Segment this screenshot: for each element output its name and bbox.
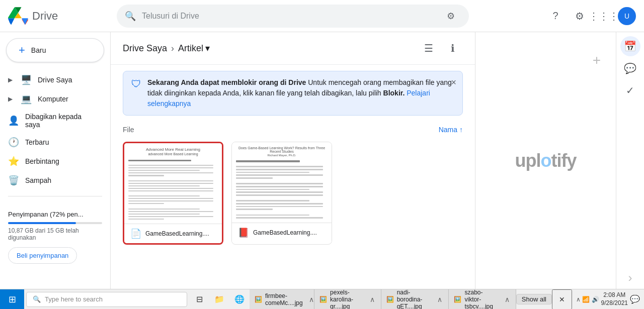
doc-line <box>128 200 213 201</box>
plus-icon: + <box>19 44 25 57</box>
doc-line <box>236 203 323 204</box>
doc-preview-1: Advanced More Real Learningadvanced More… <box>124 143 222 224</box>
expand-icon-2: ▶ <box>8 95 13 102</box>
drive-logo-icon <box>8 6 28 26</box>
doc-line <box>236 172 309 173</box>
breadcrumb-bar: Drive Saya › Artikel ▾ ☰ ℹ <box>111 32 475 65</box>
file-type-icon-doc: 📄 <box>130 228 141 239</box>
taskbar-file-name-3: nadi-borodina-gET....jpg <box>397 289 432 310</box>
preview-title-2: Does Game-Based Learning Work? Results f… <box>236 146 328 157</box>
taskbar-close-downloads[interactable]: ✕ <box>552 289 572 310</box>
avatar[interactable]: U <box>618 7 636 25</box>
taskbar-search-box[interactable]: 🔍 Type here to search <box>26 292 187 307</box>
plus-icon-logo: + <box>593 52 601 68</box>
preview-title-1: Advanced More Real Learningadvanced More… <box>128 147 218 156</box>
taskbar-view-button[interactable]: ⊟ <box>189 289 209 310</box>
sidebar-label-drive-saya: Drive Saya <box>38 76 72 84</box>
doc-line <box>128 180 213 181</box>
notification-banner: 🛡 Sekarang Anda dapat memblokir orang di… <box>123 71 463 116</box>
taskbar-file-3[interactable]: 🖼️ nadi-borodina-gET....jpg ∧ <box>381 289 449 310</box>
taskbar-search-icon: 🔍 <box>33 295 41 303</box>
notification-close-button[interactable]: × <box>451 77 456 88</box>
info-button[interactable]: ℹ <box>443 38 463 58</box>
sort-by-name[interactable]: Nama ↑ <box>439 126 463 134</box>
uplotify-logo: uplotify <box>515 150 577 171</box>
doc-line <box>128 188 213 189</box>
doc-line <box>236 189 309 190</box>
storage-info: 10,87 GB dari 15 GB telah digunakan <box>8 227 102 241</box>
file-card-2[interactable]: Does Game-Based Learning Work? Results f… <box>231 142 332 245</box>
logo-highlight: o <box>540 150 551 171</box>
help-icon[interactable]: ? <box>545 6 566 26</box>
taskbar-file-1[interactable]: 🖼️ firmbee-comeMc....jpg ∧ <box>250 289 314 310</box>
search-input[interactable] <box>142 12 435 21</box>
sidebar-label-dibagikan: Dibagikan kepada saya <box>25 113 98 129</box>
dibagikan-icon: 👤 <box>8 115 19 126</box>
logo-area: Drive <box>8 6 109 26</box>
doc-line <box>128 165 213 166</box>
chevron-down-icon: ▾ <box>205 43 210 54</box>
taskbar-file-icon-1: 🖼️ <box>255 296 262 303</box>
sidebar-item-komputer[interactable]: ▶ 💻 Komputer <box>0 89 106 109</box>
right-sidebar-tasks[interactable]: ✓ <box>620 80 640 100</box>
main-layout: + Baru ▶ 🖥️ Drive Saya ▶ 💻 Komputer 👤 Di… <box>0 32 644 289</box>
doc-line <box>236 174 323 176</box>
doc-line <box>128 190 213 191</box>
search-bar[interactable]: 🔍 ⚙ <box>117 5 469 28</box>
taskbar-file-close-1[interactable]: ∧ <box>308 295 314 303</box>
taskbar-file-4[interactable]: 🖼️ szabo-viktor-tsbcv....jpg ∧ <box>449 289 516 310</box>
taskbar-system-icons: ∧ 📶 🔊 <box>576 296 599 303</box>
taskbar-date: 9/28/2021 <box>601 299 628 307</box>
sidebar-storage: Penyimpanan (72% pen... 10,87 GB dari 15… <box>0 202 110 272</box>
notification-blokir: Blokir. <box>383 89 405 97</box>
expand-icon: ▶ <box>8 76 13 83</box>
file-card-1[interactable]: Advanced More Real Learningadvanced More… <box>123 142 223 245</box>
sidebar-item-terbaru[interactable]: 🕐 Terbaru <box>0 133 106 152</box>
right-sidebar-expand[interactable]: › <box>628 271 632 285</box>
show-all-button[interactable]: Show all <box>516 294 552 304</box>
new-button[interactable]: + Baru <box>6 38 104 62</box>
doc-line <box>236 160 300 162</box>
file-info-2: 📕 GameBasedLearning.... <box>232 223 332 242</box>
file-name-1: GameBasedLearning.... <box>145 230 216 237</box>
doc-line <box>128 167 213 168</box>
filter-icon[interactable]: ⚙ <box>441 6 461 26</box>
doc-line <box>128 185 200 186</box>
right-sidebar-calendar[interactable]: 📅 <box>620 36 640 56</box>
taskbar-time: 2:08 AM 9/28/2021 <box>601 291 628 307</box>
breadcrumb-current[interactable]: Artikel ▾ <box>178 43 210 54</box>
sidebar-item-sampah[interactable]: 🗑️ Sampah <box>0 171 106 190</box>
file-thumbnail-2: Does Game-Based Learning Work? Results f… <box>232 142 332 223</box>
settings-icon[interactable]: ⚙ <box>570 6 590 26</box>
terbaru-icon: 🕐 <box>8 137 19 148</box>
breadcrumb-root[interactable]: Drive Saya <box>123 43 167 54</box>
doc-line <box>236 200 309 201</box>
drive-saya-icon: 🖥️ <box>21 74 32 85</box>
taskbar-file-2[interactable]: 🖼️ pexels-karolina-gr....jpg ∧ <box>314 289 381 310</box>
taskbar-file-close-2[interactable]: ∧ <box>369 295 376 303</box>
taskbar-browser-button[interactable]: 🌐 <box>229 289 250 310</box>
doc-preview-2: Does Game-Based Learning Work? Results f… <box>232 142 332 223</box>
taskbar-notification-icon[interactable]: 💬 <box>630 294 640 304</box>
doc-line <box>236 209 273 210</box>
taskbar-folder-button[interactable]: 📁 <box>209 289 229 310</box>
list-view-button[interactable]: ☰ <box>419 38 439 58</box>
apps-icon[interactable]: ⋮⋮⋮ <box>594 6 614 26</box>
doc-line <box>236 194 323 196</box>
right-sidebar-chat[interactable]: 💬 <box>620 58 640 78</box>
buy-storage-button[interactable]: Beli penyimpanan <box>8 247 77 264</box>
sidebar-item-berbintang[interactable]: ⭐ Berbintang <box>0 152 106 171</box>
doc-line <box>128 203 164 204</box>
taskbar-files: 🖼️ firmbee-comeMc....jpg ∧ 🖼️ pexels-kar… <box>250 289 516 310</box>
storage-bar-background <box>8 222 102 224</box>
sidebar-item-drive-saya[interactable]: ▶ 🖥️ Drive Saya <box>0 70 106 89</box>
right-panel: uplotify + <box>475 32 616 289</box>
sidebar-item-dibagikan[interactable]: 👤 Dibagikan kepada saya <box>0 109 106 133</box>
doc-line <box>236 215 309 216</box>
taskbar-file-close-4[interactable]: ∧ <box>504 295 511 303</box>
taskbar-file-icon-2: 🖼️ <box>319 296 327 303</box>
taskbar: ⊞ 🔍 Type here to search ⊟ 📁 🌐 🖼️ firmbee… <box>0 289 644 309</box>
files-grid: Advanced More Real Learningadvanced More… <box>111 138 475 249</box>
taskbar-file-close-3[interactable]: ∧ <box>436 295 443 303</box>
start-button[interactable]: ⊞ <box>0 289 24 310</box>
